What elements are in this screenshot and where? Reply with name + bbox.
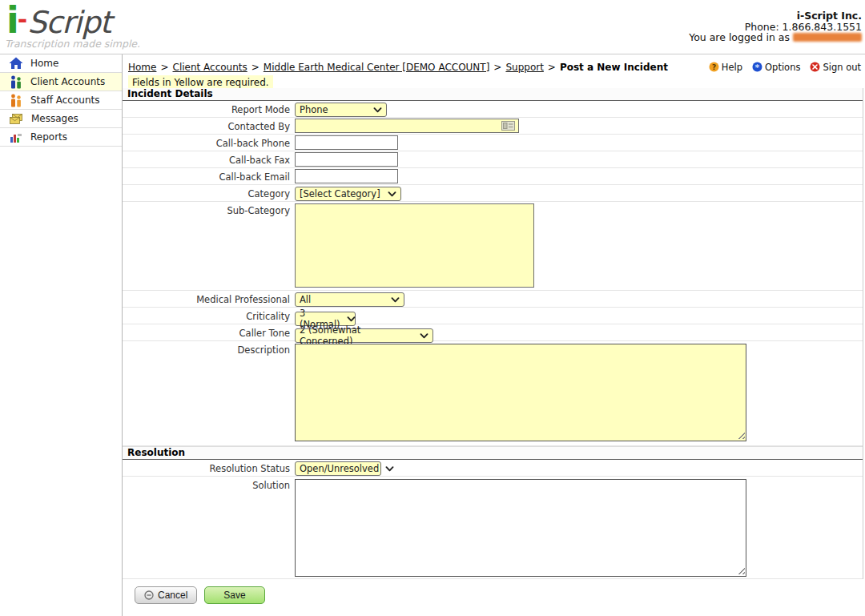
row-category: Category [Select Category] [123, 185, 863, 202]
contacted-by-label: Contacted By [123, 118, 295, 132]
logged-in-line: You are logged in as [689, 32, 862, 43]
sidebar-item-home[interactable]: Home [0, 54, 122, 73]
callback-fax-input[interactable] [295, 152, 398, 167]
description-textarea[interactable] [295, 344, 746, 441]
breadcrumb: Home>Client Accounts>Middle Earth Medica… [128, 62, 668, 73]
callback-email-input[interactable] [295, 169, 398, 183]
row-caller-tone: Caller Tone 2 (Somewhat Concerned) [123, 324, 863, 341]
section-header-incident-details: Incident Details [123, 88, 863, 101]
callback-phone-input[interactable] [295, 135, 398, 150]
iscript-logo: i-Script [6, 0, 111, 42]
chevron-down-icon [385, 466, 394, 472]
reports-icon [9, 131, 23, 143]
sidebar-item-staff-accounts[interactable]: Staff Accounts [0, 91, 122, 110]
row-contacted-by: Contacted By [123, 118, 863, 135]
svg-text:*: * [755, 62, 760, 72]
messages-icon [9, 112, 24, 125]
row-sub-category: Sub-Category [123, 202, 863, 291]
criticality-label: Criticality [123, 308, 295, 322]
logo-script-text: Script [27, 5, 111, 40]
sidebar-nav: Home Client Accounts Staff Accounts Mess… [0, 54, 123, 616]
row-medical-professional: Medical Professional All [123, 291, 863, 308]
sign-out-button[interactable]: Sign out [810, 62, 861, 73]
resolution-status-select[interactable]: Open/Unresolved [295, 461, 381, 476]
sidebar-item-messages[interactable]: Messages [0, 110, 122, 128]
category-label: Category [123, 185, 295, 199]
callback-fax-label: Call-back Fax [123, 151, 295, 166]
row-callback-email: Call-back Email [123, 168, 863, 185]
section-header-resolution: Resolution [123, 446, 863, 460]
help-icon: ? [709, 62, 719, 72]
row-criticality: Criticality 3 (Normal) [123, 308, 863, 324]
form-actions: Cancel Save [135, 586, 265, 604]
solution-label: Solution [123, 477, 295, 491]
row-resolution-status: Resolution Status Open/Unresolved [123, 460, 863, 477]
contacted-by-input[interactable] [295, 119, 519, 133]
circle-minus-icon [144, 590, 154, 600]
sign-out-icon [810, 62, 820, 72]
company-phone: Phone: 1.866.843.1551 [689, 22, 862, 33]
row-report-mode: Report Mode Phone [123, 101, 863, 118]
breadcrumb-current-page: Post a New Incident [560, 62, 668, 73]
help-button[interactable]: ? Help [709, 62, 742, 73]
save-button[interactable]: Save [204, 586, 264, 604]
sub-category-listbox[interactable] [295, 203, 534, 288]
sub-category-label: Sub-Category [123, 202, 295, 216]
description-label: Description [123, 341, 295, 356]
svg-text:?: ? [712, 63, 716, 71]
chevron-down-icon [420, 333, 428, 339]
callback-email-label: Call-back Email [123, 168, 295, 183]
logged-in-username-redacted [793, 33, 862, 42]
chevron-down-icon [373, 107, 382, 113]
options-icon: * [752, 62, 762, 72]
chevron-down-icon [347, 316, 356, 322]
options-button[interactable]: * Options [752, 62, 800, 73]
header-contact-block: i-Script Inc. Phone: 1.866.843.1551 You … [689, 10, 862, 43]
main-content: Home>Client Accounts>Middle Earth Medica… [123, 54, 865, 616]
medical-professional-label: Medical Professional [123, 291, 295, 305]
sidebar-item-client-accounts[interactable]: Client Accounts [0, 73, 122, 91]
report-mode-select[interactable]: Phone [295, 103, 387, 117]
breadcrumb-link-home[interactable]: Home [128, 62, 156, 73]
row-callback-phone: Call-back Phone [123, 135, 863, 151]
cancel-button[interactable]: Cancel [135, 586, 197, 604]
client-accounts-icon [9, 75, 23, 89]
solution-textarea[interactable] [295, 479, 746, 577]
logo-letter-i: i [6, 0, 18, 42]
chevron-down-icon [388, 191, 396, 197]
company-name: i-Script Inc. [689, 10, 862, 22]
topbar: Home>Client Accounts>Middle Earth Medica… [128, 60, 861, 74]
logo-tagline: Transcription made simple. [5, 38, 140, 50]
chevron-down-icon [391, 297, 400, 303]
callback-phone-label: Call-back Phone [123, 135, 295, 149]
row-solution: Solution [123, 477, 863, 579]
sidebar-item-reports[interactable]: Reports [0, 128, 122, 147]
row-callback-fax: Call-back Fax [123, 151, 863, 168]
quicklinks: ? Help * Options Sign out [709, 62, 861, 73]
category-select[interactable]: [Select Category] [295, 187, 401, 201]
caller-tone-label: Caller Tone [123, 324, 295, 339]
app-header: i-Script Transcription made simple. i-Sc… [0, 0, 865, 54]
contact-card-icon[interactable] [501, 121, 515, 131]
breadcrumb-link-account[interactable]: Middle Earth Medical Center [DEMO ACCOUN… [264, 62, 490, 73]
breadcrumb-link-client-accounts[interactable]: Client Accounts [173, 62, 247, 73]
medical-professional-select[interactable]: All [295, 292, 404, 307]
home-icon [9, 57, 23, 70]
staff-accounts-icon [9, 94, 23, 107]
resolution-status-label: Resolution Status [123, 460, 295, 474]
incident-form: Incident Details Report Mode Phone Conta… [123, 88, 863, 579]
breadcrumb-link-support[interactable]: Support [505, 62, 543, 73]
row-description: Description [123, 341, 863, 446]
report-mode-label: Report Mode [123, 101, 295, 115]
logo-dash: - [18, 6, 27, 34]
